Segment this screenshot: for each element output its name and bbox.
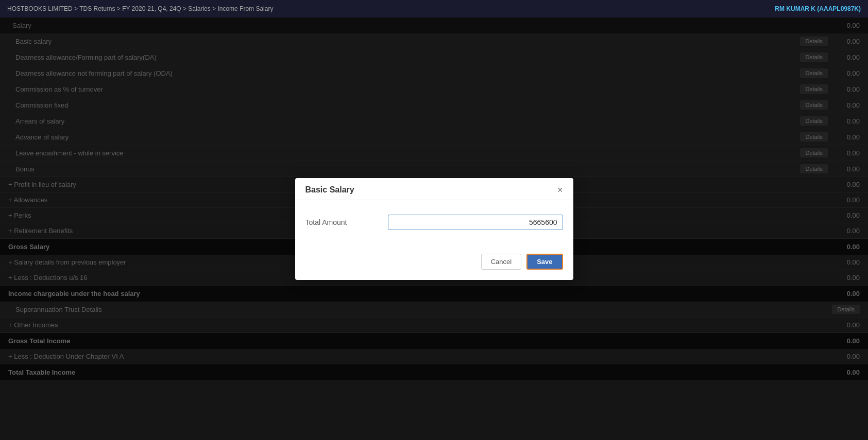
- save-button[interactable]: Save: [526, 254, 563, 270]
- modal-footer: Cancel Save: [295, 249, 573, 280]
- total-amount-input[interactable]: [388, 215, 563, 230]
- total-amount-form-row: Total Amount: [305, 215, 563, 230]
- modal-body: Total Amount: [295, 200, 573, 249]
- modal-title: Basic Salary: [305, 185, 354, 195]
- main-content: - Salary 0.00 Basic salary Details 0.00 …: [0, 17, 868, 440]
- basic-salary-modal: Basic Salary × Total Amount Cancel Save: [295, 178, 573, 280]
- total-amount-label: Total Amount: [305, 218, 388, 226]
- modal-header: Basic Salary ×: [295, 178, 573, 200]
- user-info: RM KUMAR K (AAAPL0987K): [775, 5, 861, 12]
- modal-overlay: Basic Salary × Total Amount Cancel Save: [0, 17, 868, 440]
- cancel-button[interactable]: Cancel: [481, 254, 521, 270]
- modal-close-button[interactable]: ×: [557, 185, 563, 195]
- breadcrumb: HOSTBOOKS LIMITED > TDS Returns > FY 202…: [7, 5, 273, 12]
- topbar: HOSTBOOKS LIMITED > TDS Returns > FY 202…: [0, 0, 868, 17]
